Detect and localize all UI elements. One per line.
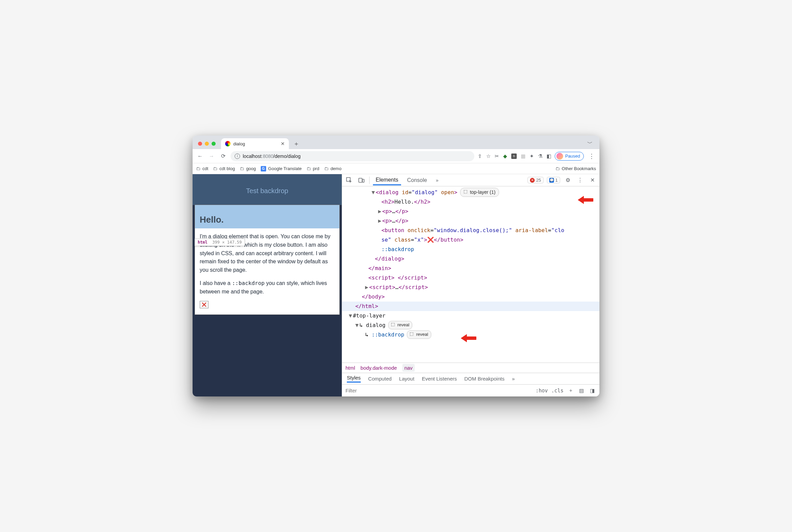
dialog-heading: Hello. [200, 214, 335, 225]
favicon [225, 141, 231, 146]
new-style-rule-icon[interactable]: ＋ [567, 387, 574, 395]
more-tabs-icon[interactable]: » [433, 175, 441, 185]
bookmark-folder[interactable]: 🗀cdt blog [213, 166, 235, 171]
inspect-element-icon[interactable] [345, 176, 354, 185]
address-bar[interactable]: i localhost:8080/demo/dialog [231, 151, 474, 161]
svg-rect-1 [359, 178, 362, 182]
cls-toggle[interactable]: .cls [551, 388, 564, 394]
page-banner[interactable]: Test backdrop [192, 174, 342, 205]
minimize-window-button[interactable] [205, 141, 209, 146]
select-icon [391, 323, 395, 327]
tab-dom-breakpoints[interactable]: DOM Breakpoints [464, 376, 504, 382]
extension-icon[interactable]: ▦ [521, 153, 526, 159]
crumb[interactable]: html [346, 365, 355, 371]
toggle-sidebar-icon[interactable]: ◨ [589, 387, 596, 395]
bookmark-folder[interactable]: 🗀goog [240, 166, 256, 171]
breadcrumb[interactable]: html body.dark-mode nav [342, 363, 600, 373]
side-panel-icon[interactable]: ◧ [547, 153, 551, 159]
kebab-menu-icon[interactable]: ⋮ [576, 176, 585, 185]
bookmarks-bar: 🗀cdt 🗀cdt blog 🗀goog GGoogle Translate 🗀… [192, 163, 600, 174]
bookmark-folder[interactable]: 🗀demo [324, 166, 342, 171]
bookmark-folder[interactable]: 🗀prd [307, 166, 319, 171]
window-controls [195, 141, 218, 149]
dom-tree[interactable]: ▼<dialog id="dialog" open>top-layer (1) … [342, 186, 600, 363]
zoom-window-button[interactable] [211, 141, 216, 146]
profile-chip[interactable]: Paused [555, 152, 584, 160]
reload-button[interactable]: ⟳ [219, 152, 227, 160]
select-icon [410, 332, 414, 337]
top-layer-badge[interactable]: top-layer (1) [460, 188, 499, 197]
forward-button[interactable]: → [207, 152, 216, 160]
dialog-paragraph: I also have a ::backdrop you can style, … [200, 279, 335, 296]
crumb[interactable]: nav [402, 364, 415, 372]
styles-filter-input[interactable] [346, 388, 410, 394]
tab-event-listeners[interactable]: Event Listeners [422, 376, 457, 382]
annotation-arrow [577, 188, 593, 212]
rendered-page: Test backdrop Hello. I'm a dialog elemen… [192, 174, 342, 397]
close-tab-icon[interactable]: ✕ [281, 141, 285, 146]
settings-gear-icon[interactable]: ⚙ [564, 176, 572, 185]
dialog-header: Hello. [195, 205, 339, 228]
site-info-icon[interactable]: i [235, 153, 240, 159]
extension-icon[interactable]: n [511, 153, 517, 159]
back-button[interactable]: ← [196, 152, 204, 160]
tab-elements[interactable]: Elements [373, 175, 401, 185]
dialog-close-button[interactable] [200, 301, 208, 308]
inspector-tooltip: html 399 × 147.59 [195, 239, 245, 246]
extension-icon[interactable]: ◆ [503, 153, 507, 159]
devtools-tabs: Elements Console » ✕25 💬1 ⚙ ⋮ ✕ [342, 174, 600, 186]
device-toolbar-icon[interactable] [357, 176, 366, 185]
more-tabs-icon[interactable]: » [512, 376, 515, 382]
tab-layout[interactable]: Layout [399, 376, 414, 382]
tab-console[interactable]: Console [404, 175, 430, 185]
toolbar: ← → ⟳ i localhost:8080/demo/dialog ⇪ ☆ ✂… [192, 149, 600, 163]
chrome-menu-button[interactable]: ⋮ [587, 152, 596, 160]
select-icon [464, 190, 468, 194]
labs-flask-icon[interactable]: ⚗︎ [538, 153, 542, 159]
bookmark-item[interactable]: GGoogle Translate [261, 166, 302, 171]
reveal-badge[interactable]: reveal [388, 321, 412, 329]
bookmark-star-icon[interactable]: ☆ [486, 153, 491, 159]
bookmark-folder[interactable]: 🗀cdt [196, 166, 208, 171]
toolbar-actions: ⇪ ☆ ✂︎ ◆ n ▦ ✦ ⚗︎ ◧ [478, 153, 551, 159]
other-bookmarks[interactable]: 🗀Other Bookmarks [555, 166, 596, 171]
styles-filter-bar: :hov .cls ＋ ▤ ◨ [342, 384, 600, 397]
issue-count-pill[interactable]: 💬1 [547, 177, 560, 183]
browser-window: dialog ✕ ＋ ﹀ ← → ⟳ i localhost:8080/demo… [192, 135, 600, 397]
tab-strip: dialog ✕ ＋ ﹀ [192, 135, 600, 149]
url: localhost:8080/demo/dialog [243, 153, 300, 159]
styles-tabs: Styles Computed Layout Event Listeners D… [342, 373, 600, 384]
crumb[interactable]: body.dark-mode [361, 365, 397, 371]
browser-tab[interactable]: dialog ✕ [221, 138, 289, 149]
close-window-button[interactable] [198, 141, 202, 146]
error-count-pill[interactable]: ✕25 [528, 177, 543, 183]
avatar [556, 153, 563, 159]
svg-rect-2 [363, 179, 364, 182]
tab-styles[interactable]: Styles [347, 375, 361, 383]
tab-computed[interactable]: Computed [368, 376, 392, 382]
extensions-puzzle-icon[interactable]: ✦ [530, 153, 534, 159]
tab-list-chevron-icon[interactable]: ﹀ [587, 140, 597, 149]
close-devtools-icon[interactable]: ✕ [588, 176, 597, 185]
dialog-element: Hello. I'm a dialog element that is open… [195, 205, 340, 315]
profile-state: Paused [565, 153, 580, 158]
new-tab-button[interactable]: ＋ [292, 139, 301, 148]
tab-title: dialog [233, 141, 245, 146]
scissors-icon[interactable]: ✂︎ [495, 153, 499, 159]
devtools-panel: Elements Console » ✕25 💬1 ⚙ ⋮ ✕ ▼<dialog… [342, 174, 600, 397]
annotation-arrow [460, 327, 476, 350]
reveal-badge[interactable]: reveal [407, 330, 431, 339]
content-area: Test backdrop Hello. I'm a dialog elemen… [192, 174, 600, 397]
hov-toggle[interactable]: :hov [536, 388, 548, 394]
share-icon[interactable]: ⇪ [478, 153, 482, 159]
computed-styles-icon[interactable]: ▤ [578, 387, 585, 395]
